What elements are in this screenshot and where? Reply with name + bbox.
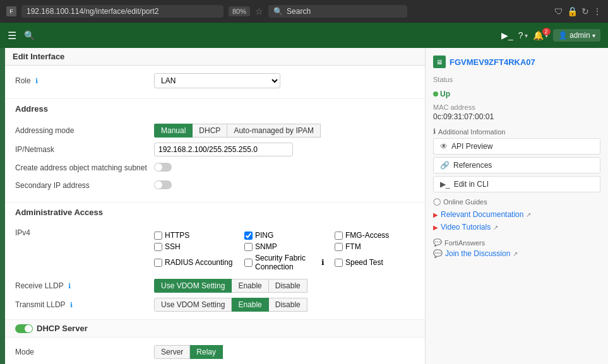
dhcp-relay-btn[interactable]: Relay bbox=[190, 345, 223, 359]
ssh-checkbox-item[interactable]: SSH bbox=[154, 242, 234, 251]
mac-address-value: 0c:09:31:07:00:01 bbox=[433, 112, 600, 121]
https-checkbox-item[interactable]: HTTPS bbox=[154, 231, 234, 240]
reload-icon[interactable]: ↻ bbox=[581, 6, 589, 16]
external-link-icon-1: ↗ bbox=[526, 211, 531, 218]
video-icon-red-2: ▶ bbox=[433, 224, 438, 231]
references-btn[interactable]: 🔗 References bbox=[433, 157, 600, 173]
dhcp-mode-label: Mode bbox=[15, 348, 154, 356]
speed-test-checkbox-item[interactable]: Speed Test bbox=[335, 254, 415, 271]
dhcp-mode-control: Server Relay bbox=[154, 345, 415, 359]
secondary-ip-toggle[interactable] bbox=[154, 180, 172, 189]
admin-access-section-header: Administrative Access bbox=[5, 202, 425, 220]
browser-search-bar[interactable]: 🔍 Search bbox=[268, 5, 407, 18]
join-discussion-link[interactable]: 💬 Join the Discussion ↗ bbox=[433, 249, 600, 258]
role-select[interactable]: LAN bbox=[154, 73, 280, 88]
transmit-lldp-row: Transmit LLDP ℹ Use VDOM Setting Enable … bbox=[15, 295, 415, 314]
secondary-ip-row: Secondary IP address bbox=[15, 177, 415, 194]
radius-checkbox[interactable] bbox=[154, 259, 162, 267]
status-row: Status bbox=[433, 76, 600, 85]
external-link-icon-3: ↗ bbox=[513, 250, 518, 257]
transmit-lldp-enable-btn[interactable]: Enable bbox=[232, 298, 268, 312]
secondary-ip-label: Secondary IP address bbox=[15, 181, 154, 190]
fortianswers-title: 💬 FortiAnswers bbox=[433, 238, 600, 247]
security-fabric-info-icon[interactable]: ℹ bbox=[321, 258, 325, 267]
ssh-checkbox[interactable] bbox=[154, 243, 162, 251]
shield-icon[interactable]: 🛡 bbox=[554, 6, 563, 16]
https-checkbox[interactable] bbox=[154, 232, 162, 240]
fmg-access-checkbox[interactable] bbox=[335, 232, 343, 240]
role-control: LAN bbox=[154, 73, 415, 88]
fmg-access-checkbox-item[interactable]: FMG-Access bbox=[335, 231, 415, 240]
ftm-checkbox[interactable] bbox=[335, 243, 343, 251]
ip-netmask-input[interactable] bbox=[154, 143, 293, 156]
link-icon: 🔗 bbox=[440, 161, 450, 170]
ipv4-checkboxes: HTTPS PING FMG-Access SSH bbox=[154, 228, 415, 274]
radius-checkbox-item[interactable]: RADIUS Accounting bbox=[154, 254, 234, 271]
video-tutorials-link[interactable]: ▶ Video Tutorials ↗ bbox=[433, 221, 600, 233]
dhcp-server-btn[interactable]: Server bbox=[154, 345, 190, 359]
create-address-toggle[interactable] bbox=[154, 163, 172, 172]
transmit-lldp-label: Transmit LLDP ℹ bbox=[15, 300, 154, 309]
snmp-checkbox[interactable] bbox=[244, 243, 253, 251]
transmit-lldp-control: Use VDOM Setting Enable Disable bbox=[154, 298, 415, 312]
mode-ipam-btn[interactable]: Auto-managed by IPAM bbox=[227, 124, 321, 138]
browser-url[interactable]: 192.168.100.114/ng/interface/edit/port2 bbox=[21, 5, 224, 18]
bookmark-icon[interactable]: ☆ bbox=[255, 6, 263, 16]
nav-search-icon[interactable]: 🔍 bbox=[24, 30, 35, 40]
right-panel: 🖥 FGVMEV9ZFT4RKA07 Status Up MAC address… bbox=[425, 48, 608, 364]
terminal-icon[interactable]: ▶_ bbox=[501, 30, 513, 40]
receive-lldp-use-vdom-btn[interactable]: Use VDOM Setting bbox=[154, 279, 232, 293]
notifications-bell[interactable]: 🔔 2 ▾ bbox=[533, 30, 548, 40]
snmp-checkbox-item[interactable]: SNMP bbox=[244, 242, 325, 251]
api-preview-btn[interactable]: 👁 API Preview bbox=[433, 138, 600, 155]
ipv4-checkbox-grid: HTTPS PING FMG-Access SSH bbox=[154, 228, 415, 274]
sidebar-strip bbox=[0, 48, 5, 364]
receive-lldp-label: Receive LLDP ℹ bbox=[15, 281, 154, 290]
security-fabric-checkbox-item[interactable]: Security Fabric Connection ℹ bbox=[244, 254, 325, 271]
transmit-lldp-use-vdom-btn[interactable]: Use VDOM Setting bbox=[154, 298, 232, 312]
dhcp-header: DHCP Server bbox=[5, 319, 425, 338]
secondary-ip-switch[interactable] bbox=[154, 180, 172, 189]
mode-manual-btn[interactable]: Manual bbox=[154, 124, 193, 138]
dhcp-title: DHCP Server bbox=[37, 324, 88, 333]
online-guides-title: ◯ Online Guides bbox=[433, 197, 600, 206]
receive-lldp-control: Use VDOM Setting Enable Disable bbox=[154, 279, 415, 293]
receive-lldp-disable-btn[interactable]: Disable bbox=[269, 279, 307, 293]
status-label: Status bbox=[433, 76, 453, 83]
dhcp-mode-group: Server Relay bbox=[154, 345, 415, 359]
browser-favicon: F bbox=[6, 6, 16, 16]
ping-checkbox-item[interactable]: PING bbox=[244, 231, 325, 240]
dhcp-section: Mode Server Relay Type Regular IPsec bbox=[5, 338, 425, 364]
ping-checkbox[interactable] bbox=[244, 232, 253, 240]
circle-icon: ◯ bbox=[433, 197, 441, 206]
mac-address-label: MAC address bbox=[433, 103, 600, 111]
receive-lldp-row: Receive LLDP ℹ Use VDOM Setting Enable D… bbox=[15, 276, 415, 295]
device-info: 🖥 FGVMEV9ZFT4RKA07 bbox=[433, 56, 600, 68]
relevant-docs-link[interactable]: ▶ Relevant Documentation ↗ bbox=[433, 208, 600, 221]
hamburger-menu[interactable]: ☰ bbox=[8, 30, 16, 42]
edit-cli-btn[interactable]: ▶_ Edit in CLI bbox=[433, 176, 600, 192]
lock-icon[interactable]: 🔒 bbox=[567, 6, 578, 16]
speed-test-checkbox[interactable] bbox=[335, 259, 343, 267]
dhcp-mode-row: Mode Server Relay bbox=[15, 343, 415, 361]
help-icon[interactable]: ? ▾ bbox=[518, 30, 528, 40]
receive-lldp-enable-btn[interactable]: Enable bbox=[232, 279, 268, 293]
browser-bar: F 192.168.100.114/ng/interface/edit/port… bbox=[0, 0, 608, 23]
security-fabric-checkbox[interactable] bbox=[244, 259, 253, 267]
receive-lldp-info-icon[interactable]: ℹ bbox=[68, 282, 71, 290]
transmit-lldp-info-icon[interactable]: ℹ bbox=[70, 301, 73, 308]
video-icon-red: ▶ bbox=[433, 211, 438, 218]
create-address-switch[interactable] bbox=[154, 163, 172, 172]
role-info-icon[interactable]: ℹ bbox=[35, 77, 38, 85]
create-address-row: Create address object matching subnet bbox=[15, 159, 415, 177]
dhcp-toggle[interactable] bbox=[15, 324, 33, 333]
transmit-lldp-disable-btn[interactable]: Disable bbox=[269, 298, 307, 312]
ftm-checkbox-item[interactable]: FTM bbox=[335, 242, 415, 251]
device-name: FGVMEV9ZFT4RKA07 bbox=[450, 57, 535, 67]
ip-netmask-label: IP/Netmask bbox=[15, 145, 154, 154]
ipv4-label: IPv4 bbox=[15, 228, 154, 237]
mode-dhcp-btn[interactable]: DHCP bbox=[193, 124, 227, 138]
menu-icon[interactable]: ⋮ bbox=[593, 6, 602, 16]
address-section: Addressing mode Manual DHCP Auto-managed… bbox=[5, 116, 425, 199]
admin-menu[interactable]: 👤 admin ▾ bbox=[553, 29, 600, 42]
